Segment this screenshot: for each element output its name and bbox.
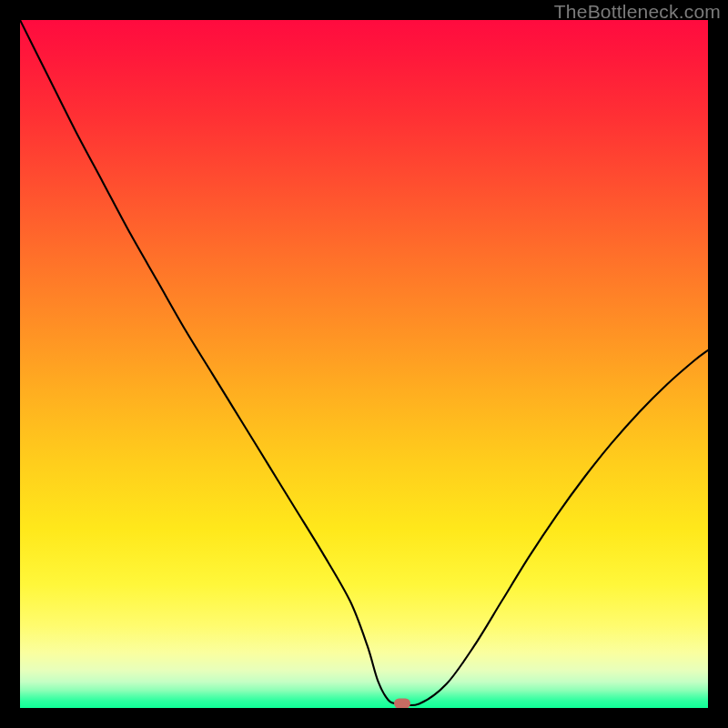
watermark-text: TheBottleneck.com [554, 1, 721, 23]
chart-frame: TheBottleneck.com [0, 0, 728, 728]
optimal-point-marker [394, 699, 410, 708]
curve-svg [20, 20, 708, 708]
plot-area [20, 20, 708, 708]
bottleneck-curve [20, 20, 708, 705]
